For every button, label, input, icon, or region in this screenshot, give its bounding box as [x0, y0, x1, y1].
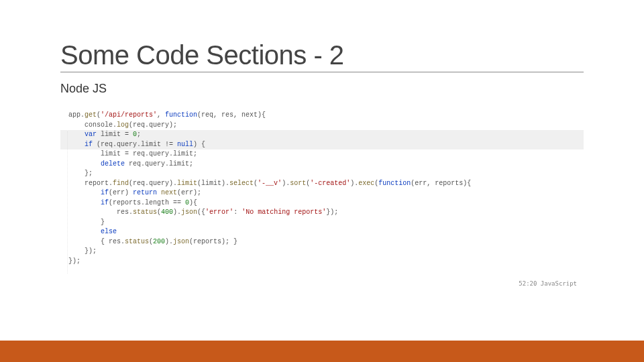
code-line: if (req.query.limit != null) { [60, 140, 584, 150]
code-line: console.log(req.query); [60, 121, 584, 131]
code-indent-guide [67, 131, 70, 274]
code-line: var limit = 0; [60, 130, 584, 140]
code-line: }); [60, 247, 584, 257]
code-line: if(err) return next(err); [60, 188, 584, 198]
code-line: limit = req.query.limit; [60, 149, 584, 160]
code-line: } [60, 218, 584, 228]
footer-bar [0, 341, 644, 362]
code-line: res.status(400).json({'error': 'No match… [60, 208, 584, 218]
code-block: app.get('/api/reports', function(req, re… [60, 108, 584, 269]
slide-subtitle: Node JS [60, 82, 584, 96]
footer-accent [0, 341, 644, 362]
slide: Some Code Sections - 2 Node JS app.get('… [0, 0, 644, 362]
code-line: app.get('/api/reports', function(req, re… [60, 111, 584, 121]
code-line: report.find(req.query).limit(limit).sele… [60, 179, 584, 189]
code-line: if(reports.length == 0){ [60, 198, 584, 208]
code-line: delete req.query.limit; [60, 160, 584, 170]
slide-title: Some Code Sections - 2 [60, 40, 584, 72]
code-line: }); [60, 257, 584, 267]
code-line: { res.status(200).json(reports); } [60, 237, 584, 247]
code-line: else [60, 227, 584, 237]
code-line: }; [60, 169, 584, 179]
editor-status: 52:20 JavaScript [519, 280, 577, 287]
